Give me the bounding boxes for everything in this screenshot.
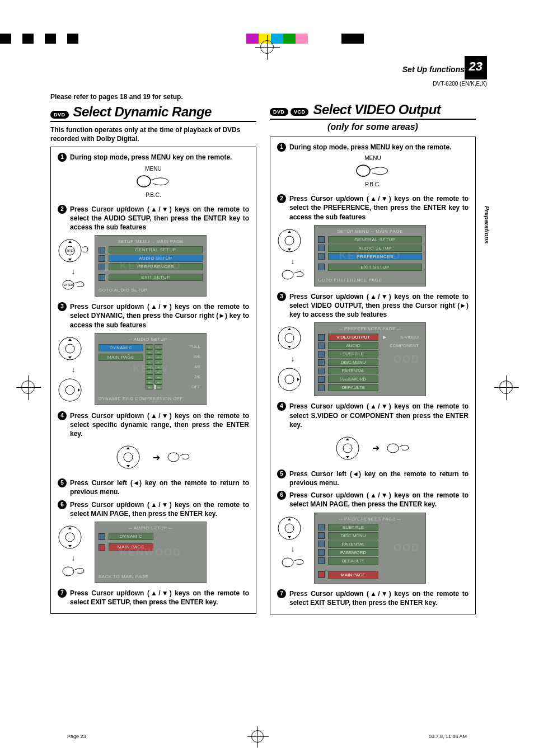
cursor-pad-icon [277, 513, 308, 544]
step-number: 7 [277, 589, 286, 598]
svg-point-23 [285, 375, 294, 384]
osd-item: PARENTAL [328, 541, 378, 548]
osd-screen-preferences: -- PREFERENCES PAGE -- VIDEO OUTPUT▶S-VI… [314, 322, 426, 396]
menu-button-icon [353, 162, 392, 179]
osd-footer: GOTO AUDIO SETUP [99, 288, 203, 293]
svg-point-14 [65, 533, 74, 542]
cursor-pad-icon [277, 225, 308, 256]
osd-item: PREFERENCES [109, 263, 203, 270]
step-number: 6 [58, 500, 67, 509]
svg-point-18 [285, 236, 294, 245]
osd-item: GENERAL SETUP [328, 236, 422, 243]
svg-point-25 [343, 444, 352, 453]
osd-item: MAIN PAGE [99, 354, 143, 361]
model-code: DVT-6200 (EN/K,E,X) [433, 81, 487, 87]
svg-point-28 [285, 524, 294, 533]
pbc-label: P.B.C. [134, 192, 173, 198]
osd-item-highlighted: MAIN PAGE [328, 571, 378, 579]
cursor-pad-icon [116, 442, 147, 473]
osd-item: DISC MENU [328, 359, 378, 366]
osd-footer: BACK TO MAIN PAGE [99, 574, 203, 579]
page-footer: Page 23 03.7.8, 11:06 AM [0, 730, 534, 743]
osd-option: S-VIDEO [391, 335, 422, 340]
svg-point-7 [65, 344, 74, 353]
step-text: Press Cursor up/down (▲/▼) keys on the r… [70, 205, 249, 232]
cursor-pad-icon [58, 333, 89, 364]
step-text: Press Cursor up/down (▲/▼) keys on the r… [289, 292, 469, 320]
vcd-badge: VCD [291, 108, 309, 116]
osd-title: SETUP MENU -- MAIN PAGE [318, 229, 422, 234]
down-arrow-icon: ↓ [291, 257, 295, 265]
section-title: Set Up functions [402, 65, 465, 74]
enter-button-icon [385, 440, 411, 457]
step6-illustration: ↓ -- AUDIO SETUP -- DYNAMIC MAIN PAGE KE… [58, 522, 249, 583]
step-text: Press Cursor left (◄) key on the remote … [289, 469, 469, 487]
left-intro: This function operates only at the time … [50, 125, 256, 143]
step4-illustration: ➔ [277, 433, 469, 464]
cursor-pad-icon [335, 433, 367, 464]
osd-item-highlighted: VIDEO OUTPUT [328, 334, 378, 341]
step-number: 2 [58, 205, 67, 214]
step-number: 1 [277, 143, 286, 152]
osd-option: FULL [163, 344, 203, 349]
osd-footer: DYNAMIC RNG COMPRESSION OFF [99, 396, 203, 401]
svg-point-16 [357, 165, 370, 176]
right-procedure-box: 1During stop mode, press MENU key on the… [270, 137, 476, 614]
right-subtitle: (only for some areas) [270, 122, 476, 132]
step4-illustration: ➔ [58, 442, 249, 473]
svg-point-11 [124, 453, 133, 462]
svg-text:ENTER: ENTER [65, 249, 75, 252]
osd-screen-main: SETUP MENU -- MAIN PAGE GENERAL SETUP AU… [314, 225, 426, 287]
left-column: Please refer to pages 18 and 19 for setu… [50, 93, 256, 614]
osd-item: EXIT SETUP [109, 274, 203, 281]
right-arrow-icon: ➔ [372, 443, 380, 453]
osd-item: SUBTITLE [328, 524, 378, 531]
registration-mark-top [260, 40, 274, 54]
right-title: Select VIDEO Output [313, 102, 441, 118]
down-arrow-icon: ↓ [72, 365, 76, 373]
step-number: 5 [277, 469, 286, 478]
menu-label: MENU [134, 166, 173, 172]
footer-timestamp: 03.7.8, 11:06 AM [429, 734, 467, 739]
enter-button-icon [60, 563, 86, 580]
step-number: 4 [58, 411, 67, 420]
menu-key-illustration: MENU P.B.C. [277, 155, 469, 189]
osd-screen-audio-setup: -- AUDIO SETUP -- DYNAMIC MAIN PAGE ––FU… [95, 333, 207, 405]
step2-illustration: ENTER ↓ ENTER SETUP MENU -- MAIN PAGE GE… [58, 235, 249, 297]
enter-button-icon [166, 449, 191, 466]
step-text: Press Cursor up/down (▲/▼) keys on the r… [70, 589, 249, 607]
menu-key-illustration: MENU P.B.C. [58, 166, 249, 199]
osd-item-highlighted: AUDIO SETUP [109, 255, 203, 262]
down-arrow-icon: ↓ [72, 554, 76, 562]
osd-item: DEFAULTS [328, 384, 378, 391]
osd-option: 4/8 [163, 364, 203, 369]
osd-item: EXIT SETUP [328, 264, 422, 271]
registration-mark-left [21, 381, 35, 394]
svg-point-0 [137, 176, 151, 187]
osd-option: 6/8 [163, 354, 203, 359]
svg-point-15 [63, 567, 74, 576]
step-number: 1 [58, 153, 67, 162]
osd-item: SUBTITLE [328, 350, 378, 358]
osd-item: GENERAL SETUP [109, 246, 203, 253]
step-text: During stop mode, press MENU key on the … [289, 143, 469, 152]
down-arrow-icon: ↓ [291, 545, 295, 553]
osd-item-highlighted: DYNAMIC [99, 344, 143, 351]
cursor-pad-icon [277, 322, 308, 354]
menu-button-icon [134, 173, 173, 190]
step-text: Press Cursor left (◄) key on the remote … [70, 478, 249, 496]
osd-title: SETUP MENU -- MAIN PAGE [99, 239, 203, 244]
side-tab: Preparations [483, 200, 491, 249]
dvd-badge: DVD [50, 111, 69, 119]
page-number: 23 [465, 56, 487, 79]
svg-text:ENTER: ENTER [64, 283, 73, 287]
osd-item: DYNAMIC [109, 533, 153, 540]
reference-note: Please refer to pages 18 and 19 for setu… [50, 93, 256, 101]
step-number: 2 [277, 194, 286, 203]
enter-button-icon [280, 266, 306, 283]
enter-button-icon: ENTER [60, 276, 86, 293]
osd-title: -- AUDIO SETUP -- [99, 337, 203, 342]
right-arrow-icon: ➔ [153, 452, 160, 463]
osd-item: PASSWORD [328, 375, 378, 383]
osd-item: PARENTAL [328, 367, 378, 374]
